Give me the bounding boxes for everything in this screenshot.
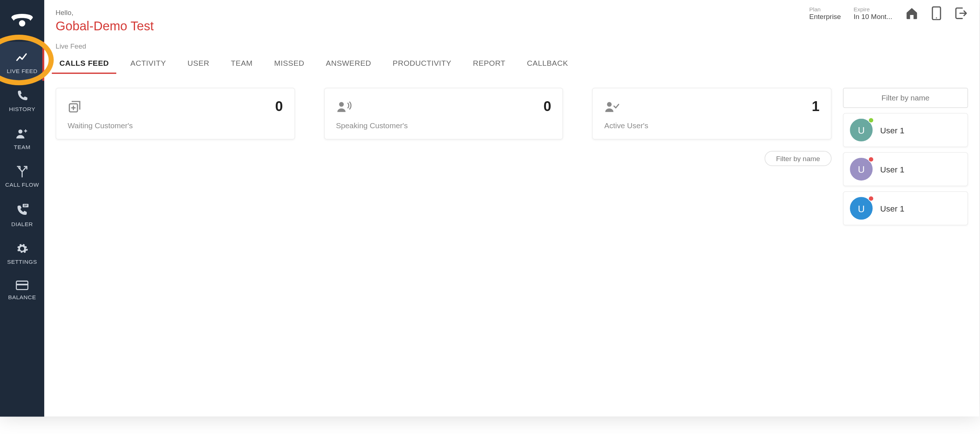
plan-value: Enterprise [809,13,841,21]
sidebar-item-label: DIALER [11,221,33,227]
greeting-hello: Hello, [56,9,73,16]
active-user-icon [605,100,619,114]
home-icon[interactable] [905,6,919,20]
filter-mini-input[interactable] [765,151,832,166]
svg-point-0 [19,20,25,26]
status-dot [868,196,874,202]
sidebar-item-label: SETTINGS [7,259,37,265]
status-dot [868,157,874,163]
plan-label: Plan [809,6,841,13]
sip-phone-icon: SIP [15,203,29,217]
svg-point-1 [18,129,22,133]
team-add-icon [15,127,29,140]
sidebar-item-balance[interactable]: BALANCE [0,271,44,307]
breadcrumb: Live Feed [56,43,968,50]
sidebar-item-label: CALL FLOW [5,182,39,188]
avatar-initial: U [858,125,865,135]
tab-calls-feed[interactable]: CALLS FEED [59,55,108,74]
greeting: Hello, Gobal-Demo Test [56,6,154,33]
app-logo [8,5,36,33]
tab-answered[interactable]: ANSWERED [326,55,371,74]
avatar: U [850,119,872,141]
sidebar-item-team[interactable]: TEAM [0,119,44,157]
user-row[interactable]: U User 1 [843,152,968,186]
card-active-users: 1 Active User's [592,88,832,139]
avatar-initial: U [858,203,865,214]
sidebar-item-settings[interactable]: SETTINGS [0,233,44,271]
user-name: User 1 [880,203,904,213]
expire-info: Expire In 10 Mont... [853,6,892,20]
user-panel: U User 1 U User 1 U [843,88,968,225]
expire-label: Expire [853,6,892,13]
filter-input[interactable] [843,88,968,108]
card-value: 1 [812,99,819,115]
svg-rect-5 [16,284,28,285]
tab-activity[interactable]: ACTIVITY [130,55,166,74]
card-label: Speaking Customer's [336,121,551,130]
greeting-name: Gobal-Demo Test [56,19,154,33]
sidebar: LIVE FEED HISTORY TEAM CALL FLOW SIP DIA… [0,0,44,417]
tab-callback[interactable]: CALLBACK [527,55,568,74]
user-row[interactable]: U User 1 [843,113,968,147]
avatar: U [850,197,872,220]
tab-productivity[interactable]: PRODUCTIVITY [393,55,452,74]
svg-text:SIP: SIP [24,204,27,207]
tab-report[interactable]: REPORT [473,55,505,74]
mobile-icon[interactable] [931,6,942,20]
svg-point-10 [608,102,612,107]
sidebar-item-live-feed[interactable]: LIVE FEED [0,42,44,81]
avatar-initial: U [858,164,865,174]
queue-add-icon [68,100,81,114]
card-speaking-customers: 0 Speaking Customer's [324,88,563,139]
card-label: Active User's [605,121,820,130]
split-arrow-icon [16,165,29,178]
card-value: 0 [543,99,551,115]
plan-info: Plan Enterprise [809,6,841,20]
tab-missed[interactable]: MISSED [274,55,305,74]
card-value: 0 [275,99,283,115]
svg-rect-4 [16,281,28,290]
sidebar-item-label: LIVE FEED [6,68,37,74]
credit-card-icon [16,280,29,290]
sidebar-item-call-flow[interactable]: CALL FLOW [0,157,44,195]
sidebar-item-history[interactable]: HISTORY [0,81,44,119]
speaking-user-icon [336,100,353,114]
sidebar-item-dialer[interactable]: SIP DIALER [0,194,44,233]
tab-user[interactable]: USER [188,55,210,74]
phone-receiver-icon [10,10,35,28]
sidebar-item-label: BALANCE [8,294,36,300]
expire-value: In 10 Mont... [853,13,892,21]
tabs: CALLS FEED ACTIVITY USER TEAM MISSED ANS… [56,55,968,74]
sidebar-item-label: TEAM [14,144,30,150]
avatar: U [850,158,872,181]
sidebar-item-label: HISTORY [9,106,35,112]
svg-point-7 [936,17,937,18]
gear-icon [16,242,29,255]
svg-point-9 [339,102,344,107]
card-label: Waiting Customer's [68,121,283,130]
logout-icon[interactable] [954,6,968,20]
user-row[interactable]: U User 1 [843,192,968,225]
status-dot [868,117,874,123]
phone-icon [16,90,29,102]
user-name: User 1 [880,125,904,135]
card-waiting-customers: 0 Waiting Customer's [56,88,295,139]
main-content: Hello, Gobal-Demo Test Plan Enterprise E… [44,0,979,417]
user-name: User 1 [880,165,904,174]
line-chart-icon [15,51,29,64]
tab-team[interactable]: TEAM [231,55,253,74]
